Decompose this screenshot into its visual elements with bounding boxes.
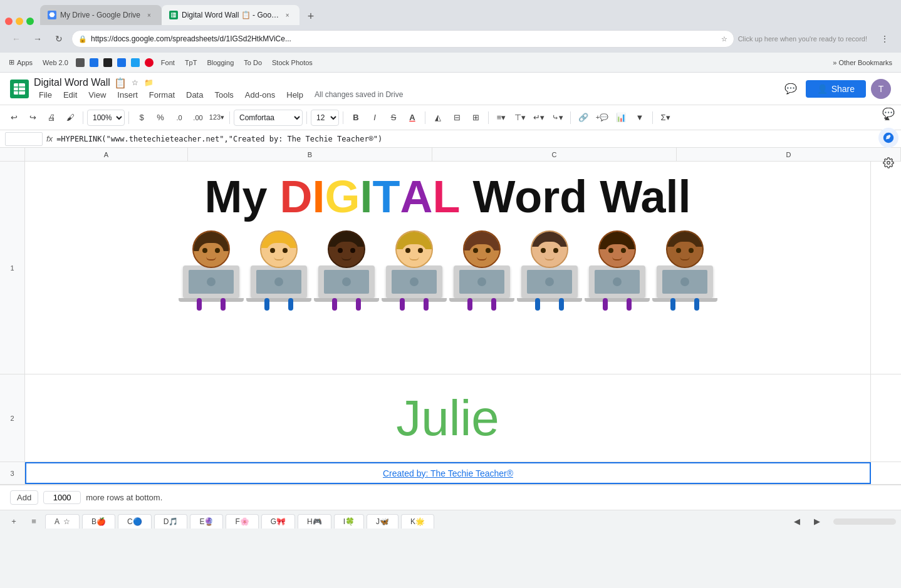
- valign-button[interactable]: ⊤▾: [511, 109, 529, 126]
- sheet-tab-j[interactable]: J🦋: [367, 514, 398, 529]
- bookmark-apps[interactable]: ⊞ Apps: [5, 57, 36, 68]
- undo-button[interactable]: ↩: [5, 109, 23, 126]
- scroll-sheets-left[interactable]: ◀: [788, 513, 806, 530]
- bookmark-blogging[interactable]: Blogging: [203, 58, 237, 68]
- bookmark-font[interactable]: Font: [157, 58, 179, 68]
- menu-help[interactable]: Help: [281, 89, 308, 101]
- sheet-tab-f[interactable]: F🌸: [226, 514, 258, 529]
- new-tab-button[interactable]: +: [302, 8, 320, 25]
- folder-icon[interactable]: 📁: [144, 78, 154, 88]
- col-header-a[interactable]: A: [25, 148, 188, 161]
- link-button[interactable]: 🔗: [575, 109, 592, 126]
- sheet-tab-b[interactable]: B🍎: [82, 514, 115, 529]
- sheet-tab-g[interactable]: G🎀: [261, 514, 295, 529]
- add-comment-button[interactable]: +💬: [593, 109, 611, 126]
- filter-button[interactable]: ▼: [631, 109, 648, 126]
- percent-button[interactable]: %: [152, 109, 169, 126]
- doc-title[interactable]: Digital Word Wall: [34, 77, 110, 88]
- forward-button[interactable]: →: [29, 30, 46, 48]
- bookmark-tpt[interactable]: TpT: [181, 58, 201, 68]
- sheet-tab-c[interactable]: C🔵: [118, 514, 152, 529]
- share-button[interactable]: 👤 Share: [806, 80, 866, 98]
- decrease-decimal-button[interactable]: .0: [170, 109, 188, 126]
- tab-sheets-close[interactable]: ×: [283, 10, 292, 20]
- bookmark-web20[interactable]: Web 2.0: [39, 58, 72, 68]
- functions-button[interactable]: Σ▾: [657, 109, 674, 126]
- twitter-icon: [131, 58, 140, 67]
- scroll-sheets-right[interactable]: ▶: [808, 513, 826, 530]
- extensions-icon[interactable]: ⋮: [876, 30, 893, 48]
- menu-data[interactable]: Data: [181, 89, 208, 101]
- sheet-tab-e[interactable]: E🔮: [190, 514, 223, 529]
- fill-color-button[interactable]: ◭: [429, 109, 447, 126]
- merged-cell-row2[interactable]: Julie: [25, 374, 871, 462]
- borders-button[interactable]: ⊟: [448, 109, 466, 126]
- rows-count-input[interactable]: [43, 491, 81, 504]
- merged-cell-row1[interactable]: My DIGITAL Word Wall: [25, 162, 871, 374]
- rotate-button[interactable]: ⤷▾: [549, 109, 566, 126]
- col-header-d[interactable]: D: [677, 148, 901, 161]
- sheet-list-button[interactable]: ≡: [25, 513, 43, 530]
- window-minimize[interactable]: [16, 18, 23, 25]
- bookmark-other[interactable]: » Other Bookmarks: [829, 58, 896, 68]
- font-size-select[interactable]: 12 10 14 18: [311, 110, 339, 126]
- col-header-c[interactable]: C: [432, 148, 677, 161]
- merged-cell-row3[interactable]: Created by: The Techie Teacher®: [25, 462, 871, 484]
- align-button[interactable]: ≡▾: [492, 109, 510, 126]
- address-bar[interactable]: 🔒 https://docs.google.com/spreadsheets/d…: [71, 30, 734, 48]
- more-formats-button[interactable]: 123▾: [208, 109, 226, 126]
- text-color-button[interactable]: A: [404, 109, 421, 126]
- formula-content[interactable]: =HYPERLINK("www.thetechieteacher.net","C…: [56, 135, 896, 143]
- row-num-2[interactable]: 2: [0, 374, 25, 462]
- add-sheet-button[interactable]: +: [5, 513, 23, 530]
- menu-file[interactable]: File: [34, 89, 57, 101]
- menu-tools[interactable]: Tools: [209, 89, 238, 101]
- redo-button[interactable]: ↪: [24, 109, 41, 126]
- sheet-tab-a[interactable]: A ☆: [45, 514, 80, 529]
- tab-drive-close[interactable]: ×: [144, 10, 154, 20]
- paint-format-button[interactable]: 🖌: [61, 109, 79, 126]
- user-avatar[interactable]: T: [871, 79, 891, 99]
- sheet-tab-i[interactable]: I🍀: [334, 514, 364, 529]
- window-close[interactable]: [5, 18, 13, 25]
- font-select[interactable]: Comfortaa Arial Times New Roman: [234, 110, 303, 126]
- merge-button[interactable]: ⊞: [467, 109, 484, 126]
- bookmark-star-icon[interactable]: ☆: [721, 35, 727, 43]
- created-by-link[interactable]: Created by: The Techie Teacher®: [383, 468, 513, 478]
- strikethrough-button[interactable]: S: [385, 109, 402, 126]
- tab-sheets[interactable]: Digital Word Wall 📋 - Google... ×: [162, 5, 299, 25]
- wrap-button[interactable]: ↵▾: [530, 109, 548, 126]
- back-button[interactable]: ←: [8, 30, 25, 48]
- increase-decimal-button[interactable]: .00: [189, 109, 207, 126]
- tab-drive[interactable]: My Drive - Google Drive ×: [40, 5, 162, 25]
- star-icon[interactable]: ☆: [130, 78, 140, 88]
- reload-button[interactable]: ↻: [50, 30, 68, 48]
- zoom-select[interactable]: 100% 75% 125%: [87, 110, 125, 126]
- add-rows-button[interactable]: Add: [10, 490, 38, 505]
- bold-button[interactable]: B: [347, 109, 365, 126]
- bookmark-stockphotos[interactable]: Stock Photos: [268, 58, 316, 68]
- cell-name-box[interactable]: [5, 132, 43, 146]
- sheet-tab-k[interactable]: K🌟: [401, 514, 434, 529]
- sidebar-chat-icon[interactable]: 💬: [878, 103, 898, 123]
- italic-button[interactable]: I: [366, 109, 383, 126]
- window-maximize[interactable]: [26, 18, 34, 25]
- sidebar-explore-icon[interactable]: [878, 128, 898, 148]
- menu-format[interactable]: Format: [144, 89, 180, 101]
- comment-button[interactable]: 💬: [781, 79, 801, 99]
- chart-button[interactable]: 📊: [612, 109, 630, 126]
- sidebar-settings-icon[interactable]: [878, 153, 898, 173]
- print-button[interactable]: 🖨: [43, 109, 60, 126]
- menu-addons[interactable]: Add-ons: [240, 89, 280, 101]
- row-num-1[interactable]: 1: [0, 162, 25, 374]
- col-header-b[interactable]: B: [188, 148, 432, 161]
- sheet-tab-h[interactable]: H🎮: [298, 514, 331, 529]
- menu-insert[interactable]: Insert: [112, 89, 143, 101]
- row-num-3[interactable]: 3: [0, 462, 25, 484]
- bookmark-todo[interactable]: To Do: [240, 58, 266, 68]
- currency-button[interactable]: $: [133, 109, 150, 126]
- menu-view[interactable]: View: [83, 89, 111, 101]
- menu-edit[interactable]: Edit: [58, 89, 82, 101]
- horizontal-scrollbar[interactable]: [833, 518, 896, 525]
- sheet-tab-d[interactable]: D🎵: [154, 514, 188, 529]
